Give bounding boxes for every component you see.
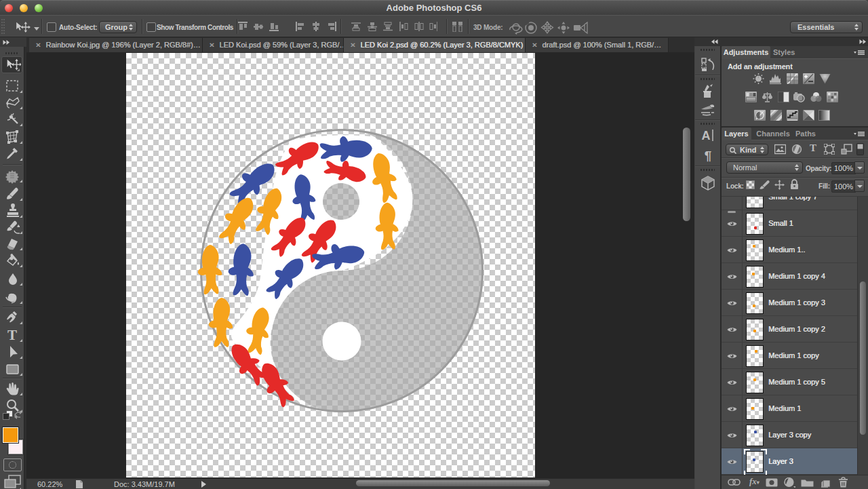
svg-text:¶: ¶ <box>705 149 712 163</box>
svg-text:T: T <box>7 327 17 343</box>
svg-text:A: A <box>702 129 711 142</box>
